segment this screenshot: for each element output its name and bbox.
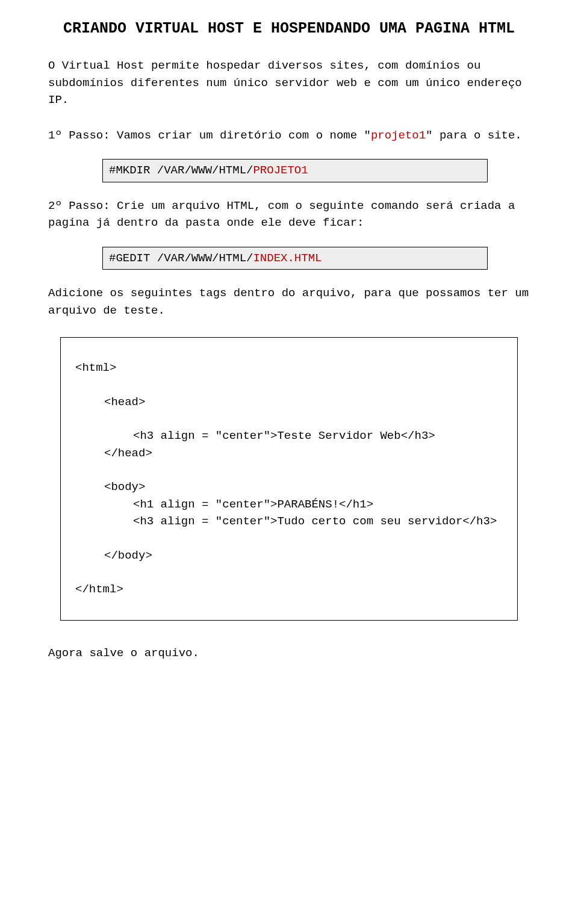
step2: 2º Passo: Crie um arquivo HTML, com o se… [48, 197, 530, 232]
cmd1-text: #MKDIR /VAR/WWW/HTML/ [109, 164, 253, 177]
intro-paragraph: O Virtual Host permite hospedar diversos… [48, 57, 530, 109]
code-html-close: </html> [75, 581, 503, 598]
code-head-open: <head> [104, 394, 503, 411]
cmd2-text: #GEDIT /VAR/WWW/HTML/ [109, 252, 253, 265]
code-html-open: <html> [75, 359, 503, 377]
step1: 1º Passo: Vamos criar um diretório com o… [48, 127, 530, 144]
page-title: CRIANDO VIRTUAL HOST E HOSPENDANDO UMA P… [48, 18, 530, 39]
cmd2-highlight: INDEX.HTML [253, 252, 322, 265]
command-box-1: #MKDIR /VAR/WWW/HTML/PROJETO1 [102, 159, 488, 182]
code-head-close: </head> [104, 445, 503, 462]
code-body-close: </body> [104, 547, 503, 565]
outro: Agora salve o arquivo. [48, 645, 530, 662]
step1-highlight: projeto1 [371, 129, 426, 142]
code-block: <html> <head> <h3 align = "center">Teste… [60, 337, 518, 621]
step1-text-b: " para o site. [426, 129, 522, 142]
code-h3b: <h3 align = "center">Tudo certo com seu … [133, 513, 503, 530]
code-body-open: <body> [104, 479, 503, 496]
code-h1: <h1 align = "center">PARABÉNS!</h1> [133, 496, 503, 513]
code-h3a: <h3 align = "center">Teste Servidor Web<… [133, 427, 503, 445]
step1-text-a: 1º Passo: Vamos criar um diretório com o… [48, 129, 371, 142]
cmd1-highlight: PROJETO1 [253, 164, 308, 177]
paragraph-3: Adicione os seguintes tags dentro do arq… [48, 285, 530, 319]
command-box-2: #GEDIT /VAR/WWW/HTML/INDEX.HTML [102, 247, 488, 270]
